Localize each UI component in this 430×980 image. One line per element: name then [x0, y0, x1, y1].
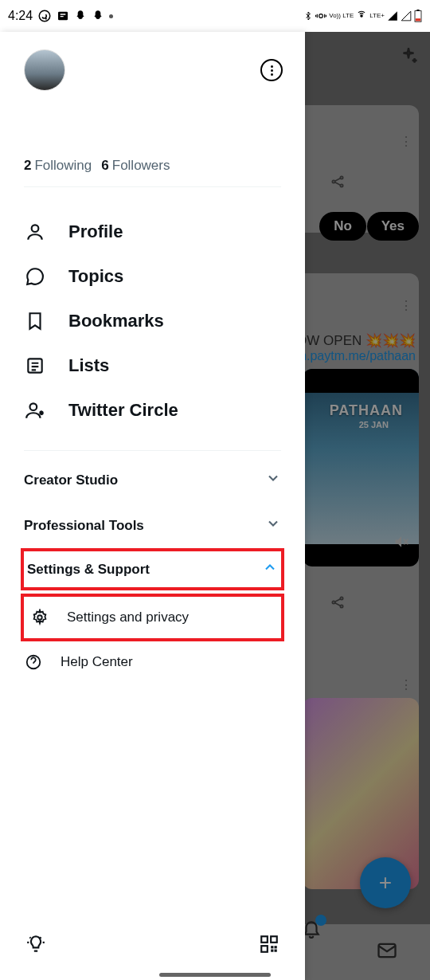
- snapchat-icon: [74, 10, 87, 22]
- svg-point-2: [319, 14, 323, 18]
- avatar[interactable]: [24, 49, 65, 91]
- vibrate-icon: [315, 10, 326, 22]
- chevron-down-icon: [265, 515, 281, 535]
- status-bar: 4:24 Vo)) LTE LTE+: [0, 0, 430, 32]
- chevron-down-icon: [265, 470, 281, 490]
- nav-lists[interactable]: Lists: [0, 343, 305, 388]
- help-icon: [24, 653, 43, 672]
- lists-icon: [24, 355, 46, 377]
- highlight-settings-support: Settings & Support: [21, 548, 284, 590]
- primary-nav: Profile Topics Bookmarks Lists Twitter C…: [0, 187, 305, 450]
- nav-topics[interactable]: Topics: [0, 254, 305, 299]
- svg-point-16: [30, 403, 37, 410]
- svg-rect-23: [275, 950, 277, 952]
- gear-icon: [30, 608, 49, 627]
- message-icon: [57, 10, 69, 22]
- nav-label: Profile: [68, 221, 123, 242]
- svg-rect-20: [271, 936, 277, 943]
- highlight-settings-privacy: Settings and privacy: [21, 594, 284, 641]
- drawer-footer: [0, 916, 305, 980]
- signal-icon: [401, 10, 412, 22]
- svg-point-0: [39, 10, 50, 22]
- section-professional-tools[interactable]: Professional Tools: [0, 503, 305, 548]
- drawer-header: [0, 32, 305, 97]
- nav-bookmarks[interactable]: Bookmarks: [0, 299, 305, 343]
- status-left: 4:24: [8, 9, 113, 23]
- svg-rect-22: [271, 946, 273, 948]
- follow-stats: 2Following 6Followers: [0, 151, 305, 186]
- signal-icon: [387, 10, 398, 22]
- notification-dot-icon: [109, 14, 113, 18]
- status-right: Vo)) LTE LTE+: [303, 10, 422, 22]
- sub-label: Settings and privacy: [67, 610, 189, 625]
- section-label: Settings & Support: [27, 562, 150, 578]
- snapchat-icon: [92, 10, 104, 22]
- sub-settings-privacy[interactable]: Settings and privacy: [24, 598, 281, 637]
- svg-rect-5: [416, 10, 419, 11]
- nav-label: Twitter Circle: [68, 400, 178, 421]
- bookmark-icon: [24, 310, 46, 332]
- lte-label: LTE+: [369, 13, 385, 19]
- twitter-circle-icon: [24, 399, 46, 421]
- gesture-bar: [159, 973, 271, 977]
- svg-rect-6: [416, 18, 420, 21]
- section-settings-support[interactable]: Settings & Support: [24, 551, 281, 587]
- nav-label: Topics: [68, 266, 123, 287]
- following-link[interactable]: 2Following: [24, 158, 92, 174]
- svg-rect-25: [275, 946, 277, 948]
- qr-code-icon[interactable]: [257, 932, 281, 956]
- volte-label: Vo)) LTE: [329, 13, 354, 19]
- nav-profile[interactable]: Profile: [0, 210, 305, 254]
- accounts-button[interactable]: [260, 59, 283, 81]
- secondary-nav: Creator Studio Professional Tools Settin…: [0, 451, 305, 689]
- section-creator-studio[interactable]: Creator Studio: [0, 457, 305, 503]
- whatsapp-icon: [37, 9, 52, 23]
- lightbulb-icon[interactable]: [24, 932, 48, 956]
- profile-icon: [24, 221, 46, 243]
- svg-point-17: [37, 615, 42, 620]
- nav-label: Lists: [68, 355, 109, 376]
- svg-point-14: [32, 225, 39, 232]
- section-label: Professional Tools: [24, 518, 144, 534]
- sub-label: Help Center: [61, 654, 133, 670]
- bluetooth-icon: [303, 10, 313, 22]
- hotspot-icon: [356, 10, 367, 22]
- followers-link[interactable]: 6Followers: [101, 158, 170, 174]
- topics-icon: [24, 265, 46, 288]
- svg-rect-21: [261, 946, 268, 952]
- sub-help-center[interactable]: Help Center: [0, 641, 305, 683]
- svg-rect-19: [261, 936, 268, 943]
- nav-label: Bookmarks: [68, 311, 164, 331]
- navigation-drawer: 2Following 6Followers Profile Topics Boo…: [0, 32, 305, 980]
- chevron-up-icon: [262, 559, 278, 579]
- battery-icon: [414, 10, 422, 22]
- nav-twitter-circle[interactable]: Twitter Circle: [0, 388, 305, 433]
- svg-rect-24: [271, 950, 273, 952]
- status-time: 4:24: [8, 9, 33, 23]
- section-label: Creator Studio: [24, 472, 118, 488]
- svg-point-3: [361, 15, 362, 17]
